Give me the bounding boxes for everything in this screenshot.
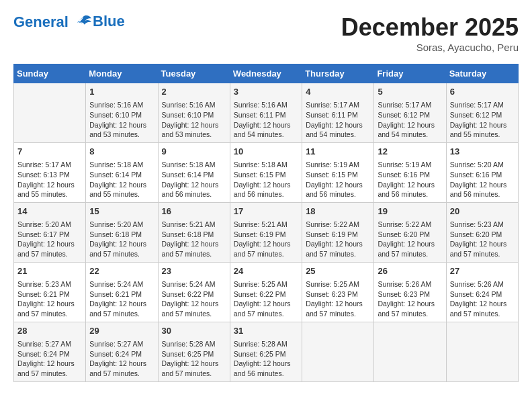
day-info: Sunrise: 5:17 AMSunset: 6:13 PMDaylight:… <box>17 160 82 199</box>
day-info: Sunrise: 5:21 AMSunset: 6:18 PMDaylight:… <box>162 220 226 259</box>
calendar-cell <box>302 322 374 381</box>
calendar-cell: 27Sunrise: 5:26 AMSunset: 6:24 PMDayligh… <box>446 262 518 322</box>
calendar-header-row: SundayMondayTuesdayWednesdayThursdayFrid… <box>14 64 519 83</box>
calendar-cell: 22Sunrise: 5:24 AMSunset: 6:21 PMDayligh… <box>86 262 158 322</box>
calendar-cell: 14Sunrise: 5:20 AMSunset: 6:17 PMDayligh… <box>14 202 86 262</box>
day-number: 13 <box>450 146 515 158</box>
day-number: 29 <box>89 325 154 337</box>
day-number: 11 <box>306 146 370 158</box>
day-info: Sunrise: 5:27 AMSunset: 6:24 PMDaylight:… <box>17 339 82 379</box>
day-number: 30 <box>162 325 226 337</box>
day-info: Sunrise: 5:19 AMSunset: 6:16 PMDaylight:… <box>378 160 442 199</box>
day-info: Sunrise: 5:26 AMSunset: 6:24 PMDaylight:… <box>450 279 515 319</box>
day-number: 1 <box>89 86 154 98</box>
calendar-cell: 13Sunrise: 5:20 AMSunset: 6:16 PMDayligh… <box>446 142 518 202</box>
day-of-week-friday: Friday <box>374 64 446 83</box>
calendar-cell: 16Sunrise: 5:21 AMSunset: 6:18 PMDayligh… <box>158 202 230 262</box>
day-info: Sunrise: 5:28 AMSunset: 6:25 PMDaylight:… <box>234 339 298 379</box>
day-number: 8 <box>89 146 154 158</box>
calendar-cell: 5Sunrise: 5:17 AMSunset: 6:12 PMDaylight… <box>374 83 446 143</box>
calendar-cell: 17Sunrise: 5:21 AMSunset: 6:19 PMDayligh… <box>230 202 302 262</box>
day-info: Sunrise: 5:25 AMSunset: 6:22 PMDaylight:… <box>234 279 298 319</box>
day-number: 12 <box>378 146 442 158</box>
day-number: 24 <box>234 265 298 277</box>
day-number: 16 <box>162 205 226 218</box>
day-info: Sunrise: 5:18 AMSunset: 6:15 PMDaylight:… <box>234 160 298 199</box>
day-info: Sunrise: 5:21 AMSunset: 6:19 PMDaylight:… <box>234 220 298 259</box>
day-number: 23 <box>162 265 226 277</box>
day-of-week-sunday: Sunday <box>14 64 86 83</box>
calendar-cell: 23Sunrise: 5:24 AMSunset: 6:22 PMDayligh… <box>158 262 230 322</box>
calendar-cell: 1Sunrise: 5:16 AMSunset: 6:10 PMDaylight… <box>86 83 158 143</box>
day-number: 25 <box>306 265 370 277</box>
day-number: 22 <box>89 265 154 277</box>
day-info: Sunrise: 5:25 AMSunset: 6:23 PMDaylight:… <box>306 279 370 319</box>
calendar-table: SundayMondayTuesdayWednesdayThursdayFrid… <box>13 64 519 382</box>
day-of-week-saturday: Saturday <box>446 64 518 83</box>
day-number: 26 <box>378 265 442 277</box>
day-number: 9 <box>162 146 226 158</box>
day-info: Sunrise: 5:22 AMSunset: 6:19 PMDaylight:… <box>306 220 370 259</box>
day-info: Sunrise: 5:27 AMSunset: 6:24 PMDaylight:… <box>89 339 154 379</box>
day-info: Sunrise: 5:16 AMSunset: 6:10 PMDaylight:… <box>162 100 226 140</box>
day-number: 5 <box>378 86 442 98</box>
day-number: 18 <box>306 205 370 218</box>
day-number: 6 <box>450 86 515 98</box>
title-block: December 2025 Soras, Ayacucho, Peru <box>341 13 519 53</box>
day-info: Sunrise: 5:17 AMSunset: 6:12 PMDaylight:… <box>378 100 442 140</box>
calendar-cell <box>446 322 518 381</box>
calendar-cell: 24Sunrise: 5:25 AMSunset: 6:22 PMDayligh… <box>230 262 302 322</box>
day-number: 20 <box>450 205 515 218</box>
day-info: Sunrise: 5:20 AMSunset: 6:17 PMDaylight:… <box>17 220 82 259</box>
calendar-cell: 15Sunrise: 5:20 AMSunset: 6:18 PMDayligh… <box>86 202 158 262</box>
month-title: December 2025 <box>341 13 519 42</box>
day-info: Sunrise: 5:18 AMSunset: 6:14 PMDaylight:… <box>162 160 226 199</box>
day-info: Sunrise: 5:23 AMSunset: 6:20 PMDaylight:… <box>450 220 515 259</box>
day-info: Sunrise: 5:24 AMSunset: 6:22 PMDaylight:… <box>162 279 226 319</box>
day-of-week-monday: Monday <box>86 64 158 83</box>
day-info: Sunrise: 5:17 AMSunset: 6:12 PMDaylight:… <box>450 100 515 140</box>
day-of-week-tuesday: Tuesday <box>158 64 230 83</box>
calendar-cell: 2Sunrise: 5:16 AMSunset: 6:10 PMDaylight… <box>158 83 230 143</box>
day-number: 15 <box>89 205 154 218</box>
calendar-cell: 21Sunrise: 5:23 AMSunset: 6:21 PMDayligh… <box>14 262 86 322</box>
day-number: 21 <box>17 265 82 277</box>
day-number: 3 <box>234 86 298 98</box>
page-header: General Blue December 2025 Soras, Ayacuc… <box>13 13 519 53</box>
calendar-cell: 28Sunrise: 5:27 AMSunset: 6:24 PMDayligh… <box>14 322 86 381</box>
calendar-cell: 31Sunrise: 5:28 AMSunset: 6:25 PMDayligh… <box>230 322 302 381</box>
day-number: 27 <box>450 265 515 277</box>
week-row-1: 1Sunrise: 5:16 AMSunset: 6:10 PMDaylight… <box>14 83 519 143</box>
day-of-week-thursday: Thursday <box>302 64 374 83</box>
calendar-cell: 4Sunrise: 5:17 AMSunset: 6:11 PMDaylight… <box>302 83 374 143</box>
day-info: Sunrise: 5:19 AMSunset: 6:15 PMDaylight:… <box>306 160 370 199</box>
week-row-3: 14Sunrise: 5:20 AMSunset: 6:17 PMDayligh… <box>14 202 519 262</box>
week-row-2: 7Sunrise: 5:17 AMSunset: 6:13 PMDaylight… <box>14 142 519 202</box>
day-info: Sunrise: 5:23 AMSunset: 6:21 PMDaylight:… <box>17 279 82 319</box>
calendar-cell: 8Sunrise: 5:18 AMSunset: 6:14 PMDaylight… <box>86 142 158 202</box>
day-number: 28 <box>17 325 82 337</box>
day-info: Sunrise: 5:17 AMSunset: 6:11 PMDaylight:… <box>306 100 370 140</box>
day-info: Sunrise: 5:22 AMSunset: 6:20 PMDaylight:… <box>378 220 442 259</box>
day-number: 2 <box>162 86 226 98</box>
day-of-week-wednesday: Wednesday <box>230 64 302 83</box>
day-number: 31 <box>234 325 298 337</box>
calendar-cell <box>374 322 446 381</box>
calendar-cell: 30Sunrise: 5:28 AMSunset: 6:25 PMDayligh… <box>158 322 230 381</box>
calendar-cell: 3Sunrise: 5:16 AMSunset: 6:11 PMDaylight… <box>230 83 302 143</box>
logo-bird-icon <box>74 13 93 32</box>
week-row-5: 28Sunrise: 5:27 AMSunset: 6:24 PMDayligh… <box>14 322 519 381</box>
logo-line1: General <box>13 13 69 30</box>
calendar-cell: 19Sunrise: 5:22 AMSunset: 6:20 PMDayligh… <box>374 202 446 262</box>
week-row-4: 21Sunrise: 5:23 AMSunset: 6:21 PMDayligh… <box>14 262 519 322</box>
day-info: Sunrise: 5:16 AMSunset: 6:11 PMDaylight:… <box>234 100 298 140</box>
calendar-cell: 29Sunrise: 5:27 AMSunset: 6:24 PMDayligh… <box>86 322 158 381</box>
logo-line2: Blue <box>93 13 125 30</box>
calendar-cell: 9Sunrise: 5:18 AMSunset: 6:14 PMDaylight… <box>158 142 230 202</box>
calendar-cell: 26Sunrise: 5:26 AMSunset: 6:23 PMDayligh… <box>374 262 446 322</box>
calendar-body: 1Sunrise: 5:16 AMSunset: 6:10 PMDaylight… <box>14 83 519 382</box>
day-info: Sunrise: 5:16 AMSunset: 6:10 PMDaylight:… <box>89 100 154 140</box>
day-info: Sunrise: 5:28 AMSunset: 6:25 PMDaylight:… <box>162 339 226 379</box>
day-number: 10 <box>234 146 298 158</box>
day-number: 7 <box>17 146 82 158</box>
